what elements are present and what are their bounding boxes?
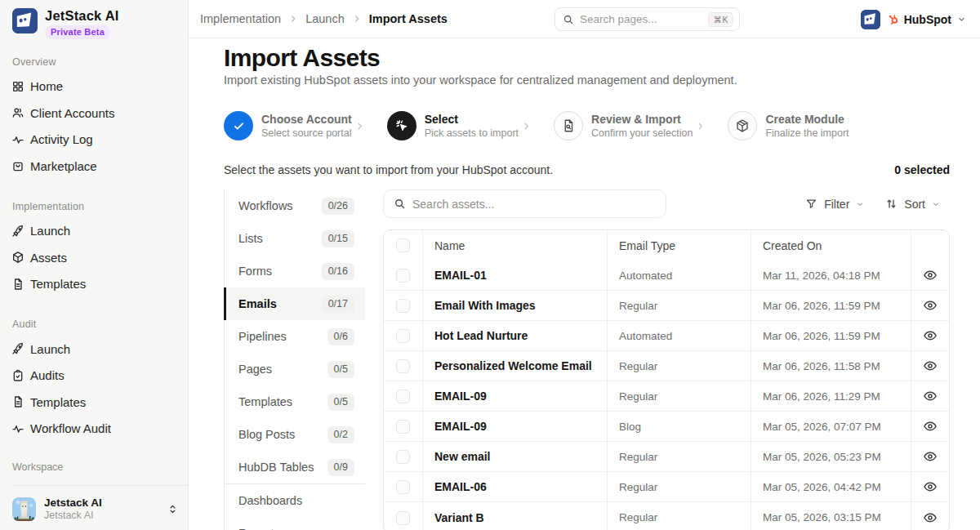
category-lists[interactable]: Lists 0/15 <box>225 222 365 255</box>
category-dashboards[interactable]: Dashboards <box>225 484 365 517</box>
category-emails[interactable]: Emails 0/17 <box>225 287 365 320</box>
sidebar-item-label: Marketplace <box>30 159 97 173</box>
breadcrumb-implementation[interactable]: Implementation <box>200 12 281 25</box>
category-blog-posts[interactable]: Blog Posts 0/2 <box>225 418 365 451</box>
category-pages[interactable]: Pages 0/5 <box>225 353 365 385</box>
private-beta-badge: Private Beta <box>45 25 110 39</box>
step-select[interactable]: Select Pick assets to import <box>387 111 519 140</box>
sidebar-item-label: Client Accounts <box>30 106 114 120</box>
users-icon <box>11 106 24 119</box>
preview-button[interactable] <box>923 419 938 434</box>
row-checkbox[interactable] <box>396 450 410 464</box>
sidebar-item-assets[interactable]: Assets <box>0 244 188 271</box>
asset-created: Mar 06, 2026, 11:58 PM <box>751 351 911 381</box>
preview-button[interactable] <box>923 328 938 343</box>
preview-button[interactable] <box>923 389 938 403</box>
workspace-switcher[interactable]: Jetstack AI Jetstack AI <box>12 497 178 522</box>
global-search-placeholder: Search pages... <box>580 13 702 25</box>
asset-name: New email <box>423 442 608 472</box>
category-forms[interactable]: Forms 0/16 <box>225 255 365 287</box>
sidebar-item-home[interactable]: Home <box>0 73 188 100</box>
asset-name: Email With Images <box>423 291 608 321</box>
sidebar-item-client-accounts[interactable]: Client Accounts <box>0 100 188 127</box>
step-circle-todo <box>554 111 583 140</box>
row-checkbox[interactable] <box>396 359 410 373</box>
activity-icon <box>11 133 24 146</box>
sidebar-item-templates[interactable]: Templates <box>0 271 188 298</box>
row-checkbox[interactable] <box>396 420 410 434</box>
table-row: Email With Images Regular Mar 06, 2026, … <box>384 291 949 321</box>
breadcrumb-launch[interactable]: Launch <box>305 12 345 25</box>
row-checkbox[interactable] <box>396 390 410 403</box>
row-checkbox[interactable] <box>396 511 410 525</box>
asset-created: Mar 05, 2026, 05:23 PM <box>751 442 911 472</box>
row-checkbox[interactable] <box>396 329 410 343</box>
eye-icon <box>923 389 938 403</box>
category-pipelines[interactable]: Pipelines 0/6 <box>225 320 365 353</box>
asset-type: Regular <box>608 502 751 530</box>
asset-created: Mar 05, 2026, 03:15 PM <box>751 502 911 530</box>
portal-switcher[interactable]: HubSpot <box>861 0 966 38</box>
step-subtitle: Confirm your selection <box>591 127 693 140</box>
preview-button[interactable] <box>923 298 938 313</box>
category-templates[interactable]: Templates 0/5 <box>225 385 365 418</box>
package-icon <box>735 118 750 133</box>
category-reports[interactable]: Reports <box>225 517 365 530</box>
chevron-right-icon <box>354 121 365 131</box>
preview-button[interactable] <box>923 268 938 283</box>
sidebar-item-activity-log[interactable]: Activity Log <box>0 127 188 154</box>
asset-created: Mar 11, 2026, 04:18 PM <box>751 261 911 291</box>
table-header-row: Name Email Type Created On <box>384 230 949 261</box>
asset-search-input[interactable]: Search assets... <box>383 189 666 218</box>
asset-created: Mar 06, 2026, 11:59 PM <box>751 321 911 351</box>
column-header-name[interactable]: Name <box>423 230 608 261</box>
global-search-input[interactable]: Search pages... ⌘K <box>555 7 740 31</box>
assets-table: Name Email Type Created On EMAIL-01 Auto… <box>383 229 950 530</box>
category-count-badge: 0/15 <box>322 230 354 247</box>
category-count-badge: 0/26 <box>322 198 354 215</box>
column-header-created[interactable]: Created On <box>751 230 911 261</box>
preview-button[interactable] <box>923 479 938 494</box>
preview-button[interactable] <box>923 359 938 373</box>
category-hubdb-tables[interactable]: HubDB Tables 0/9 <box>225 451 365 483</box>
sidebar-item-label: Workflow Audit <box>30 421 111 435</box>
eye-icon <box>923 419 938 434</box>
sidebar-item-launch[interactable]: Launch <box>0 218 188 245</box>
rocket-icon <box>11 225 24 238</box>
category-workflows[interactable]: Workflows 0/26 <box>225 189 365 222</box>
step-circle-done <box>224 111 253 140</box>
preview-button[interactable] <box>923 449 938 464</box>
nav-section-implementation: Implementation <box>12 201 188 213</box>
select-prompt: Select the assets you want to import fro… <box>224 163 553 176</box>
asset-type: Regular <box>608 442 751 472</box>
step-title: Create Module <box>765 113 849 127</box>
eye-icon <box>923 359 938 373</box>
select-all-checkbox[interactable] <box>396 238 410 252</box>
sort-arrows-icon <box>885 198 898 210</box>
row-checkbox[interactable] <box>396 480 410 494</box>
clipboard-check-icon <box>11 369 24 382</box>
search-icon <box>394 198 406 210</box>
selected-count: 0 selected <box>894 163 950 176</box>
chevron-right-icon <box>695 121 706 131</box>
keyboard-shortcut-badge: ⌘K <box>708 12 733 27</box>
sidebar-item-marketplace[interactable]: Marketplace <box>0 153 188 180</box>
sidebar-item-audit-templates[interactable]: Templates <box>0 389 188 416</box>
filter-button[interactable]: Filter <box>805 198 864 211</box>
step-create-module[interactable]: Create Module Finalize the import <box>728 111 849 140</box>
step-circle-active <box>387 111 416 140</box>
sidebar-item-workflow-audit[interactable]: Workflow Audit <box>0 416 188 443</box>
asset-created: Mar 05, 2026, 04:42 PM <box>751 472 911 502</box>
sort-button[interactable]: Sort <box>885 198 940 211</box>
table-row: New email Regular Mar 05, 2026, 05:23 PM <box>384 442 949 472</box>
preview-button[interactable] <box>923 510 938 525</box>
step-subtitle: Finalize the import <box>765 127 849 140</box>
sidebar-item-audit-launch[interactable]: Launch <box>0 336 188 363</box>
step-choose-account[interactable]: Choose Account Select source portal <box>224 111 352 140</box>
category-label: Reports <box>238 527 280 530</box>
step-review-import[interactable]: Review & Import Confirm your selection <box>554 111 693 140</box>
row-checkbox[interactable] <box>396 269 410 283</box>
row-checkbox[interactable] <box>396 299 410 313</box>
sidebar-item-audits[interactable]: Audits <box>0 363 188 390</box>
column-header-type[interactable]: Email Type <box>608 230 751 261</box>
